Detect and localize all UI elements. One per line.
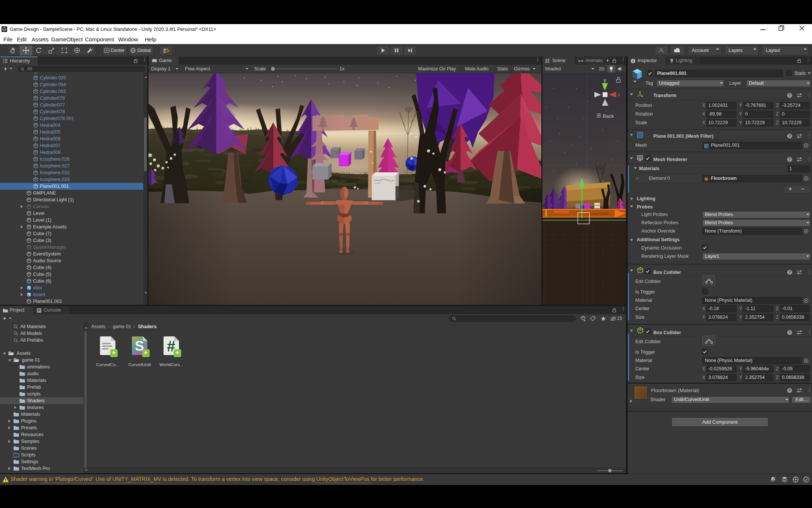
svg-text:x: x: [618, 92, 620, 97]
svg-text:?: ?: [788, 330, 791, 335]
svg-text:?: ?: [788, 157, 791, 161]
svg-text:?: ?: [788, 388, 791, 392]
svg-text:?: ?: [788, 93, 791, 97]
svg-text:y: y: [604, 78, 606, 83]
svg-text:Back: Back: [603, 113, 614, 119]
svg-text:?: ?: [788, 134, 791, 138]
svg-text:?: ?: [788, 270, 791, 274]
